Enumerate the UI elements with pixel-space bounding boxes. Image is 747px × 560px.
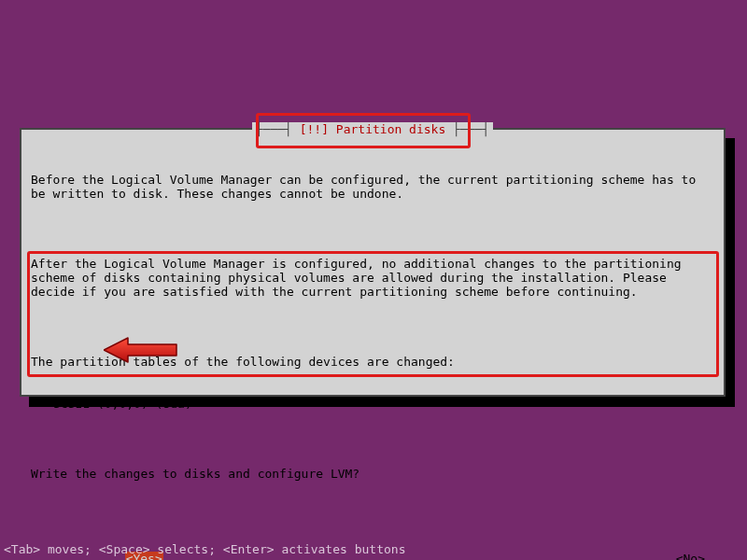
title-marker: [!!]: [300, 122, 329, 136]
title-rule-left: ├───┤: [256, 122, 300, 136]
keyboard-hints: <Tab> moves; <Space> selects; <Enter> ac…: [4, 542, 405, 556]
dialog-title: Partition disks: [329, 122, 453, 136]
dialog-body: Before the Logical Volume Manager can be…: [31, 145, 714, 560]
no-button[interactable]: <No>: [676, 552, 705, 560]
warning-paragraph-2: After the Logical Volume Manager is conf…: [31, 257, 714, 299]
dialog-title-bg: ├───┤ [!!] Partition disks ├───┤: [252, 122, 493, 136]
partition-disks-dialog: ├───┤ [!!] Partition disks ├───┤ Before …: [20, 128, 726, 397]
confirm-question: Write the changes to disks and configure…: [31, 467, 714, 481]
warning-paragraph-1: Before the Logical Volume Manager can be…: [31, 173, 714, 201]
changed-devices-intro: The partition tables of the following de…: [31, 355, 714, 369]
dialog-title-row: ├───┤ [!!] Partition disks ├───┤: [21, 122, 724, 136]
title-rule-right: ├───┤: [453, 122, 489, 136]
changed-device: SCSI1 (0,0,0) (sda): [31, 397, 714, 411]
